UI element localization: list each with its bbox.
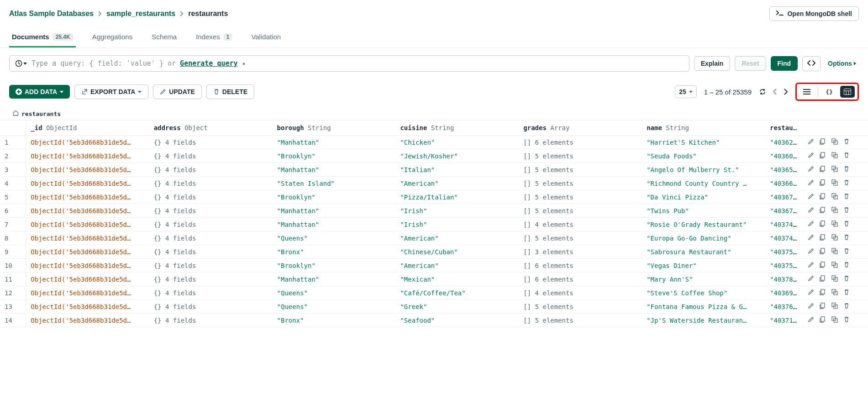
- cell-id[interactable]: ObjectId('5eb3d668b31de5d…: [26, 314, 149, 327]
- copy-icon[interactable]: [820, 138, 826, 145]
- cell-restaurantid[interactable]: "4037827: [765, 272, 803, 286]
- tab-indexes[interactable]: Indexes 1: [193, 27, 235, 47]
- cell-address[interactable]: {} 4 fields: [149, 314, 273, 327]
- edit-icon[interactable]: [808, 207, 814, 213]
- cell-borough[interactable]: "Manhattan": [273, 218, 396, 231]
- clone-icon[interactable]: [831, 289, 838, 295]
- cell-grades[interactable]: [] 6 elements: [519, 272, 642, 286]
- cell-restaurantid[interactable]: "4037481: [765, 231, 803, 245]
- reset-button[interactable]: Reset: [735, 56, 766, 71]
- cell-name[interactable]: "Vegas Diner": [642, 259, 765, 272]
- clone-icon[interactable]: [831, 316, 838, 323]
- cell-name[interactable]: "Harriet'S Kitchen": [642, 136, 765, 149]
- cell-borough[interactable]: "Manhattan": [273, 136, 396, 149]
- clone-icon[interactable]: [831, 193, 838, 199]
- trash-icon[interactable]: [843, 166, 850, 172]
- table-row[interactable]: 8 ObjectId('5eb3d668b31de5d… {} 4 fields…: [0, 231, 868, 245]
- cell-id[interactable]: ObjectId('5eb3d668b31de5d…: [26, 136, 149, 149]
- cell-grades[interactable]: [] 6 elements: [519, 136, 642, 149]
- cell-address[interactable]: {} 4 fields: [149, 300, 273, 314]
- cell-borough[interactable]: "Bronx": [273, 314, 396, 327]
- trash-icon[interactable]: [843, 289, 850, 295]
- trash-icon[interactable]: [843, 248, 850, 254]
- cell-restaurantid[interactable]: "4036529: [765, 163, 803, 177]
- edit-icon[interactable]: [808, 316, 814, 323]
- cell-restaurantid[interactable]: "4036004: [765, 149, 803, 163]
- copy-icon[interactable]: [820, 262, 826, 268]
- trash-icon[interactable]: [843, 193, 850, 199]
- edit-icon[interactable]: [808, 234, 814, 241]
- edit-icon[interactable]: [808, 262, 814, 268]
- edit-icon[interactable]: [808, 193, 814, 199]
- cell-borough[interactable]: "Manhattan": [273, 163, 396, 177]
- copy-icon[interactable]: [820, 179, 826, 186]
- tab-schema[interactable]: Schema: [149, 27, 179, 47]
- refresh-icon[interactable]: [759, 88, 766, 95]
- clone-icon[interactable]: [831, 248, 838, 254]
- edit-icon[interactable]: [808, 179, 814, 186]
- cell-name[interactable]: "Fontana Famous Pizza & G…: [642, 300, 765, 314]
- cell-borough[interactable]: "Brooklyn": [273, 149, 396, 163]
- clone-icon[interactable]: [831, 166, 838, 172]
- clone-icon[interactable]: [831, 234, 838, 241]
- trash-icon[interactable]: [843, 207, 850, 213]
- view-table-button[interactable]: [840, 86, 855, 98]
- next-page-icon[interactable]: [784, 88, 788, 95]
- copy-icon[interactable]: [820, 275, 826, 282]
- cell-cuisine[interactable]: "Irish": [395, 218, 519, 231]
- trash-icon[interactable]: [843, 234, 850, 241]
- cell-address[interactable]: {} 4 fields: [149, 218, 273, 231]
- trash-icon[interactable]: [843, 316, 850, 323]
- cell-address[interactable]: {} 4 fields: [149, 177, 273, 190]
- cell-grades[interactable]: [] 5 elements: [519, 149, 642, 163]
- edit-icon[interactable]: [808, 289, 814, 295]
- edit-icon[interactable]: [808, 220, 814, 227]
- export-data-button[interactable]: EXPORT DATA: [74, 84, 148, 99]
- cell-address[interactable]: {} 4 fields: [149, 149, 273, 163]
- cell-borough[interactable]: "Staten Island": [273, 177, 396, 190]
- copy-icon[interactable]: [820, 234, 826, 241]
- code-toggle-button[interactable]: [802, 56, 821, 71]
- cell-cuisine[interactable]: "Greek": [395, 300, 519, 314]
- cell-restaurantid[interactable]: "4037597: [765, 259, 803, 272]
- clone-icon[interactable]: [831, 262, 838, 268]
- trash-icon[interactable]: [843, 220, 850, 227]
- cell-address[interactable]: {} 4 fields: [149, 231, 273, 245]
- cell-cuisine[interactable]: "Jewish/Kosher": [395, 149, 519, 163]
- table-row[interactable]: 6 ObjectId('5eb3d668b31de5d… {} 4 fields…: [0, 204, 868, 218]
- cell-restaurantid[interactable]: "4037513: [765, 245, 803, 259]
- table-row[interactable]: 11 ObjectId('5eb3d668b31de5d… {} 4 field…: [0, 272, 868, 286]
- table-row[interactable]: 3 ObjectId('5eb3d668b31de5d… {} 4 fields…: [0, 163, 868, 177]
- cell-name[interactable]: "Twins Pub": [642, 204, 765, 218]
- breadcrumb-root[interactable]: Atlas Sample Databases: [9, 10, 94, 18]
- trash-icon[interactable]: [843, 303, 850, 309]
- cell-cuisine[interactable]: "Café/Coffee/Tea": [395, 286, 519, 300]
- table-row[interactable]: 12 ObjectId('5eb3d668b31de5d… {} 4 field…: [0, 286, 868, 300]
- explain-button[interactable]: Explain: [694, 56, 731, 71]
- cell-grades[interactable]: [] 3 elements: [519, 245, 642, 259]
- cell-id[interactable]: ObjectId('5eb3d668b31de5d…: [26, 286, 149, 300]
- breadcrumb-db[interactable]: sample_restaurants: [106, 10, 175, 18]
- edit-icon[interactable]: [808, 166, 814, 172]
- cell-id[interactable]: ObjectId('5eb3d668b31de5d…: [26, 177, 149, 190]
- clone-icon[interactable]: [831, 275, 838, 282]
- cell-id[interactable]: ObjectId('5eb3d668b31de5d…: [26, 245, 149, 259]
- copy-icon[interactable]: [820, 207, 826, 213]
- copy-icon[interactable]: [820, 289, 826, 295]
- update-button[interactable]: UPDATE: [153, 84, 202, 99]
- copy-icon[interactable]: [820, 303, 826, 309]
- table-row[interactable]: 10 ObjectId('5eb3d668b31de5d… {} 4 field…: [0, 259, 868, 272]
- cell-id[interactable]: ObjectId('5eb3d668b31de5d…: [26, 190, 149, 204]
- cell-restaurantid[interactable]: "4037172: [765, 314, 803, 327]
- cell-cuisine[interactable]: "American": [395, 259, 519, 272]
- cell-borough[interactable]: "Queens": [273, 286, 396, 300]
- cell-id[interactable]: ObjectId('5eb3d668b31de5d…: [26, 163, 149, 177]
- clone-icon[interactable]: [831, 207, 838, 213]
- trash-icon[interactable]: [843, 179, 850, 186]
- cell-cuisine[interactable]: "Pizza/Italian": [395, 190, 519, 204]
- query-history-button[interactable]: [15, 60, 27, 67]
- cell-id[interactable]: ObjectId('5eb3d668b31de5d…: [26, 272, 149, 286]
- view-list-button[interactable]: [800, 86, 814, 98]
- cell-id[interactable]: ObjectId('5eb3d668b31de5d…: [26, 300, 149, 314]
- trash-icon[interactable]: [843, 275, 850, 282]
